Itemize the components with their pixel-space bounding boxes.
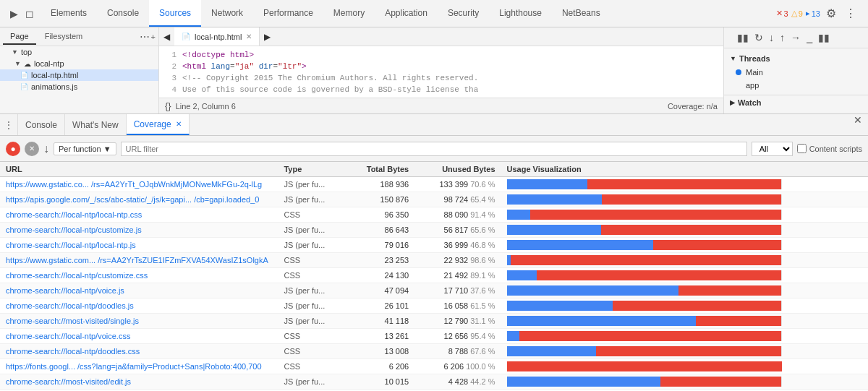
- next-tab-arrow[interactable]: ▶: [260, 32, 275, 42]
- sec-tab-coverage[interactable]: Coverage ✕: [127, 114, 190, 135]
- tab-console[interactable]: Console: [97, 0, 149, 27]
- step-out-btn[interactable]: ↑: [778, 30, 786, 45]
- tab-security[interactable]: Security: [438, 0, 489, 27]
- viz-used-bar: [507, 210, 531, 220]
- cell-url[interactable]: chrome-search://local-ntp/voice.js: [0, 283, 278, 298]
- tab-performance[interactable]: Performance: [253, 0, 323, 27]
- type-select[interactable]: All CSS JS: [752, 142, 793, 156]
- tab-memory[interactable]: Memory: [323, 0, 375, 27]
- cell-url[interactable]: https://www.gstatic.co... /rs=AA2YrTt_OJ…: [0, 177, 278, 192]
- cell-url[interactable]: chrome-search://local-ntp/customize.css: [0, 268, 278, 283]
- thread-spacer: [736, 82, 741, 88]
- cell-url[interactable]: chrome-search://local-ntp/doodles.js: [0, 298, 278, 314]
- tab-close-icon[interactable]: ✕: [246, 33, 252, 40]
- coverage-table-wrapper[interactable]: URL Type Total Bytes Unused Bytes Usage …: [0, 162, 868, 391]
- cell-url[interactable]: chrome-search://local-ntp/doodles.css: [0, 344, 278, 359]
- table-row[interactable]: chrome-search://local-ntp/local-ntp.cssC…: [0, 207, 868, 223]
- start-coverage-btn[interactable]: ●: [6, 142, 20, 156]
- sec-tab-whatsnew[interactable]: What's New: [65, 114, 127, 135]
- local-ntp-label: local-ntp: [34, 59, 64, 68]
- coverage-close-icon[interactable]: ✕: [176, 120, 182, 128]
- table-row[interactable]: chrome-search://local-ntp/customize.jsJS…: [0, 223, 868, 238]
- pause-exceptions-btn[interactable]: ▮▮: [817, 30, 831, 45]
- table-row[interactable]: https://fonts.googl... /css?lang=ja&fami…: [0, 359, 868, 374]
- table-row[interactable]: chrome-search://most-visited/single.jsJS…: [0, 314, 868, 329]
- filesystem-tab[interactable]: Filesystem: [38, 29, 90, 45]
- sec-tab-console[interactable]: Console: [18, 114, 65, 135]
- step-over-btn[interactable]: ↻: [753, 30, 765, 45]
- cell-url[interactable]: https://apis.google.com/_/scs/abc-static…: [0, 192, 278, 207]
- tab-netbeans[interactable]: NetBeans: [552, 0, 610, 27]
- cell-type: JS (per fu...: [278, 223, 345, 238]
- deactivate-btn[interactable]: ⎯: [805, 30, 814, 45]
- tab-network[interactable]: Network: [201, 0, 253, 27]
- table-row[interactable]: chrome-search://local-ntp/doodles.cssCSS…: [0, 344, 868, 359]
- table-row[interactable]: chrome-search://local-ntp/voice.jsJS (pe…: [0, 283, 868, 298]
- threads-header[interactable]: ▼ Threads: [724, 51, 868, 66]
- cell-url[interactable]: chrome-search://local-ntp/customize.js: [0, 223, 278, 238]
- watch-header[interactable]: ▶ Watch: [724, 95, 868, 110]
- code-content[interactable]: 1 <!doctype html> 2 <html lang="ja" dir=…: [159, 46, 723, 98]
- pause-btn[interactable]: ▮▮: [736, 30, 750, 45]
- drawer-more-icon[interactable]: ⋮: [0, 114, 18, 135]
- cell-viz: [501, 253, 869, 268]
- thread-app[interactable]: app: [724, 79, 868, 92]
- cell-url[interactable]: chrome-search://most-visited/edit.js: [0, 374, 278, 390]
- table-row[interactable]: https://apis.google.com/_/scs/abc-static…: [0, 192, 868, 207]
- more-options-icon[interactable]: ⋮: [842, 7, 859, 20]
- new-file-icon[interactable]: +: [151, 33, 156, 41]
- per-function-dropdown[interactable]: Per function ▼: [54, 142, 116, 155]
- thread-main[interactable]: Main: [724, 66, 868, 79]
- tab-elements[interactable]: Elements: [41, 0, 97, 27]
- cell-total-bytes: 150 876: [346, 192, 414, 207]
- table-row[interactable]: https://www.gstatic.co... /rs=AA2YrTt_OJ…: [0, 177, 868, 192]
- step-btn[interactable]: →: [789, 30, 802, 45]
- tree-local-ntp[interactable]: ▼ ☁ local-ntp: [0, 58, 158, 69]
- cell-url[interactable]: chrome-search://local-ntp/local-ntp.css: [0, 207, 278, 223]
- cell-total-bytes: 96 350: [346, 207, 414, 223]
- table-row[interactable]: chrome-search://most-visited/edit.jsJS (…: [0, 374, 868, 390]
- content-scripts-checkbox[interactable]: [797, 144, 807, 153]
- editor-tab-html[interactable]: 📄 local-ntp.html ✕: [174, 27, 260, 46]
- cell-unused-bytes: 16 058 61.5 %: [414, 298, 501, 314]
- prev-tab-arrow[interactable]: ◀: [159, 32, 174, 42]
- viz-used-bar: [507, 179, 588, 189]
- cell-type: JS (per fu...: [278, 298, 345, 314]
- cell-url[interactable]: chrome-search://local-ntp/voice.css: [0, 329, 278, 344]
- cell-url[interactable]: https://fonts.googl... /css?lang=ja&fami…: [0, 359, 278, 374]
- settings-icon[interactable]: ⚙: [823, 7, 839, 20]
- tree-animations-js[interactable]: 📄 animations.js: [0, 81, 158, 93]
- line-col-status: Line 2, Column 6: [176, 102, 236, 111]
- table-row[interactable]: chrome-search://local-ntp/customize.cssC…: [0, 268, 868, 283]
- cell-url[interactable]: chrome-search://local-ntp/local-ntp.js: [0, 238, 278, 253]
- warning-badge[interactable]: △ 9: [791, 9, 803, 18]
- close-drawer-icon[interactable]: ✕: [848, 114, 868, 135]
- cell-url[interactable]: https://www.gstatic.com... /rs=AA2YrTsZU…: [0, 253, 278, 268]
- tab-application[interactable]: Application: [375, 0, 438, 27]
- tab-sources[interactable]: Sources: [149, 0, 201, 27]
- more-tree-icon[interactable]: ⋯: [140, 31, 150, 43]
- error-badge[interactable]: ✕ 3: [776, 9, 788, 18]
- table-row[interactable]: chrome-search://local-ntp/local-ntp.jsJS…: [0, 238, 868, 253]
- viz-used-bar: [507, 194, 602, 205]
- device-icon[interactable]: ◻: [23, 7, 36, 20]
- info-badge[interactable]: ▸ 13: [806, 9, 820, 18]
- clear-coverage-btn[interactable]: ✕: [25, 142, 39, 156]
- tree-top[interactable]: ▼ top: [0, 46, 158, 58]
- cell-url[interactable]: chrome-search://most-visited/single.js: [0, 314, 278, 329]
- page-tab[interactable]: Page: [3, 29, 36, 45]
- export-coverage-btn[interactable]: ↓: [43, 142, 49, 155]
- tree-local-ntp-html[interactable]: 📄 local-ntp.html: [0, 69, 158, 81]
- inspect-icon[interactable]: ▶: [7, 7, 20, 20]
- viz-unused-bar: [519, 331, 782, 341]
- tab-lighthouse[interactable]: Lighthouse: [489, 0, 552, 27]
- url-filter-input[interactable]: [121, 142, 747, 156]
- line-num-2: 2: [165, 61, 182, 72]
- step-into-btn[interactable]: ↓: [767, 30, 775, 45]
- table-row[interactable]: chrome-search://local-ntp/voice.cssCSS13…: [0, 329, 868, 344]
- cell-type: CSS: [278, 268, 345, 283]
- table-row[interactable]: chrome-search://local-ntp/doodles.jsJS (…: [0, 298, 868, 314]
- table-row[interactable]: https://www.gstatic.com... /rs=AA2YrTsZU…: [0, 253, 868, 268]
- content-scripts-checkbox-label[interactable]: Content scripts: [797, 144, 862, 153]
- cell-viz: [501, 298, 869, 314]
